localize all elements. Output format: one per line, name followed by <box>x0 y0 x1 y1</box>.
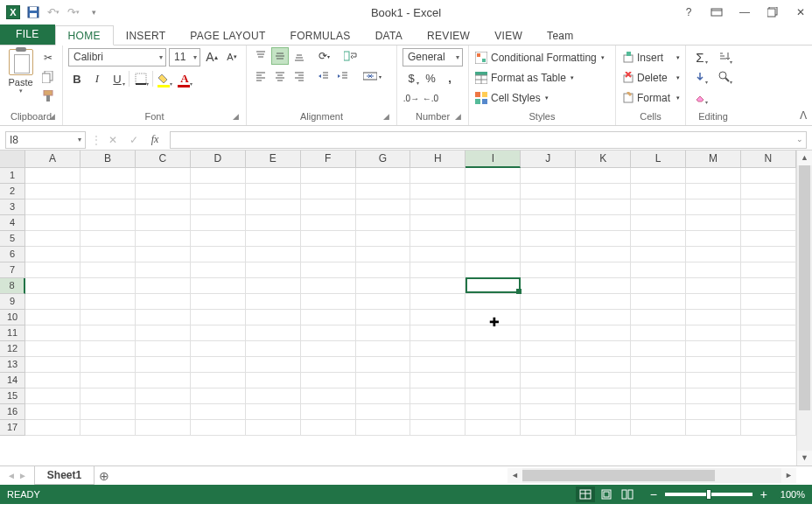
cell-J7[interactable] <box>521 262 576 278</box>
cell-F7[interactable] <box>301 262 356 278</box>
cell-F8[interactable] <box>301 278 356 294</box>
row-header-9[interactable]: 9 <box>0 294 25 310</box>
increase-indent-icon[interactable] <box>334 67 352 85</box>
cell-A4[interactable] <box>25 215 80 231</box>
cell-I14[interactable] <box>466 373 521 388</box>
cell-C7[interactable] <box>136 262 191 278</box>
cell-L11[interactable] <box>631 326 686 341</box>
cell-J5[interactable] <box>521 231 576 247</box>
cell-D5[interactable] <box>191 231 246 247</box>
cell-L1[interactable] <box>631 168 686 184</box>
cell-A12[interactable] <box>25 341 80 357</box>
number-format-combo[interactable]: General▾ <box>402 48 463 66</box>
row-header-16[interactable]: 16 <box>0 404 25 420</box>
cell-A8[interactable] <box>25 278 80 294</box>
sort-filter-icon[interactable]: ▾ <box>716 48 733 66</box>
cell-A17[interactable] <box>25 420 80 436</box>
underline-button[interactable]: U▾ <box>108 70 126 88</box>
fill-icon[interactable]: ▾ <box>691 68 709 86</box>
row-header-7[interactable]: 7 <box>0 262 25 278</box>
cell-C13[interactable] <box>136 357 191 373</box>
save-icon[interactable] <box>24 3 43 22</box>
cell-G17[interactable] <box>356 420 411 436</box>
cell-D11[interactable] <box>191 326 246 341</box>
cell-H8[interactable] <box>410 278 466 294</box>
zoom-out-icon[interactable]: − <box>648 487 660 501</box>
font-size-combo[interactable]: 11▾ <box>169 48 200 66</box>
zoom-level[interactable]: 100% <box>780 489 805 500</box>
cell-A16[interactable] <box>25 404 80 420</box>
tab-page-layout[interactable]: PAGE LAYOUT <box>178 26 277 45</box>
cell-D6[interactable] <box>191 247 246 262</box>
cell-I17[interactable] <box>466 420 521 436</box>
cell-L14[interactable] <box>631 373 686 388</box>
cell-G14[interactable] <box>356 373 411 388</box>
cell-E3[interactable] <box>246 200 301 215</box>
cell-C6[interactable] <box>136 247 191 262</box>
cell-H7[interactable] <box>410 262 466 278</box>
cell-B11[interactable] <box>80 326 136 341</box>
cell-F17[interactable] <box>301 420 356 436</box>
alignment-dialog-icon[interactable]: ◢ <box>383 112 394 122</box>
cell-A10[interactable] <box>25 310 80 326</box>
cell-M9[interactable] <box>686 294 741 310</box>
cell-I16[interactable] <box>466 404 521 420</box>
cell-F1[interactable] <box>301 168 356 184</box>
fill-color-icon[interactable]: ▾ <box>156 70 173 88</box>
cell-L2[interactable] <box>631 184 686 200</box>
cell-E8[interactable] <box>246 278 301 294</box>
cut-icon[interactable]: ✂ <box>39 49 57 66</box>
cell-H13[interactable] <box>410 357 466 373</box>
cell-D8[interactable] <box>191 278 246 294</box>
cell-F2[interactable] <box>301 184 356 200</box>
cell-C15[interactable] <box>136 388 191 404</box>
fx-icon[interactable]: fx <box>145 131 164 149</box>
row-header-13[interactable]: 13 <box>0 357 25 373</box>
col-header-A[interactable]: A <box>25 150 80 168</box>
cell-C17[interactable] <box>136 420 191 436</box>
cell-F4[interactable] <box>301 215 356 231</box>
cell-I8[interactable] <box>466 278 521 294</box>
cell-L13[interactable] <box>631 357 686 373</box>
cell-M4[interactable] <box>686 215 741 231</box>
cell-L3[interactable] <box>631 200 686 215</box>
cell-G1[interactable] <box>356 168 411 184</box>
cell-C1[interactable] <box>136 168 191 184</box>
cell-M15[interactable] <box>686 388 741 404</box>
scroll-left-icon[interactable]: ◄ <box>508 468 522 483</box>
collapse-ribbon-icon[interactable]: ᐱ <box>800 109 807 122</box>
cell-N5[interactable] <box>741 231 796 247</box>
cell-B3[interactable] <box>80 200 136 215</box>
cell-N6[interactable] <box>741 247 796 262</box>
cell-D10[interactable] <box>191 310 246 326</box>
cell-D4[interactable] <box>191 215 246 231</box>
cell-C16[interactable] <box>136 404 191 420</box>
cell-G2[interactable] <box>356 184 411 200</box>
row-header-1[interactable]: 1 <box>0 168 25 184</box>
cell-E5[interactable] <box>246 231 301 247</box>
cell-J15[interactable] <box>521 388 576 404</box>
cell-N12[interactable] <box>741 341 796 357</box>
align-top-icon[interactable] <box>252 47 270 65</box>
cell-F10[interactable] <box>301 310 356 326</box>
cell-D3[interactable] <box>191 200 246 215</box>
cell-A7[interactable] <box>25 262 80 278</box>
row-header-12[interactable]: 12 <box>0 341 25 357</box>
grow-font-icon[interactable]: A▴ <box>203 48 220 66</box>
italic-button[interactable]: I <box>88 70 106 88</box>
cell-N14[interactable] <box>741 373 796 388</box>
cell-A2[interactable] <box>25 184 80 200</box>
cell-D7[interactable] <box>191 262 246 278</box>
borders-icon[interactable]: ▾ <box>132 70 150 88</box>
paste-button[interactable]: Paste ▾ <box>5 47 36 105</box>
cell-H2[interactable] <box>410 184 466 200</box>
cell-M3[interactable] <box>686 200 741 215</box>
cell-G11[interactable] <box>356 326 411 341</box>
cell-L10[interactable] <box>631 310 686 326</box>
cell-J6[interactable] <box>521 247 576 262</box>
cell-F16[interactable] <box>301 404 356 420</box>
cell-E13[interactable] <box>246 357 301 373</box>
cell-N16[interactable] <box>741 404 796 420</box>
cell-I1[interactable] <box>466 168 521 184</box>
minimize-icon[interactable]: — <box>737 4 752 20</box>
